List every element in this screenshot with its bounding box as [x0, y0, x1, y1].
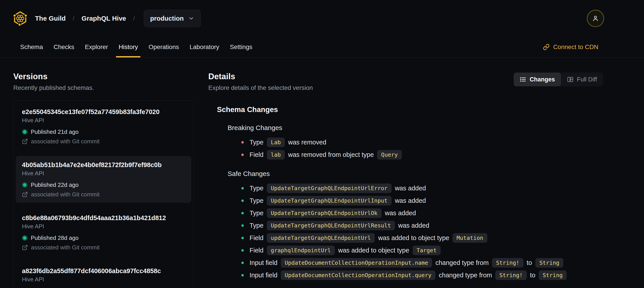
version-hash: 4b05ab51b1b4a7e2e4b0ef82172f2b9f7ef98c0b — [22, 161, 185, 169]
change-text: Input field — [250, 271, 278, 279]
code-chip: Mutation — [452, 233, 487, 243]
code-chip: UpdateTargetGraphQLEndpointUrlResult — [267, 221, 395, 230]
safe-changes-group: Safe Changes TypeUpdateTargetGraphQLEndp… — [228, 170, 603, 280]
change-text: Field — [250, 234, 264, 242]
code-chip: graphqlEndpointUrl — [267, 246, 335, 255]
change-text: Input field — [250, 259, 278, 266]
version-card[interactable]: c8b6e88a06793b9c4dfd54aaa21b36a1b421d812… — [16, 209, 191, 256]
details-heading-block: Details Explore details of the selected … — [208, 72, 313, 92]
tab-history[interactable]: History — [118, 37, 138, 57]
chevron-down-icon — [188, 15, 194, 22]
details-panel: Details Explore details of the selected … — [208, 72, 603, 280]
change-text: changed type from — [436, 259, 489, 266]
version-hash: e2e55045345ce13fe07f52a77459b83fa3fe7020 — [22, 108, 185, 116]
code-chip: String — [536, 258, 563, 267]
version-published: Published 28d ago — [22, 234, 185, 241]
code-chip: lab — [267, 150, 285, 160]
user-menu-button[interactable] — [587, 10, 604, 27]
change-item: TypeUpdateTargetGraphQLEndpointUrlErrorw… — [241, 183, 603, 193]
change-text: changed type from — [439, 271, 492, 279]
app-root: The Guild / GraphQL Hive / production — [0, 0, 644, 288]
code-chip: updateTargetGraphQLEndpointUrl — [267, 233, 375, 243]
code-chip: String! — [492, 258, 523, 267]
code-chip: UpdateDocumentCollectionOperationInput.n… — [281, 258, 432, 267]
change-content: TypeUpdateTargetGraphQLEndpointUrlErrorw… — [250, 183, 426, 193]
code-chip: UpdateTargetGraphQLEndpointUrlInput — [267, 196, 392, 205]
version-service: Hive API — [22, 276, 185, 283]
code-chip: Query — [377, 150, 402, 160]
version-published: Published 22d ago — [22, 181, 185, 188]
version-service: Hive API — [22, 223, 185, 230]
bullet-dot — [241, 249, 244, 252]
version-card[interactable]: a823f6db2a55df877dcf406006abca97fcc4858c… — [16, 262, 191, 288]
main-content: Versions Recently published schemas. e2e… — [0, 58, 644, 288]
target-selector[interactable]: production — [144, 10, 201, 27]
details-subtitle: Explore details of the selected version — [208, 84, 313, 92]
safe-changes-title: Safe Changes — [228, 170, 603, 177]
list-icon — [520, 76, 526, 83]
bullet-dot — [241, 141, 244, 144]
bullet-dot — [241, 212, 244, 214]
safe-changes-list: TypeUpdateTargetGraphQLEndpointUrlErrorw… — [228, 183, 603, 280]
change-item: TypeUpdateTargetGraphQLEndpointUrlOkwas … — [241, 208, 603, 218]
link-icon — [543, 44, 550, 50]
version-card-selected[interactable]: 4b05ab51b1b4a7e2e4b0ef82172f2b9f7ef98c0b… — [16, 156, 191, 203]
change-text: Type — [250, 222, 264, 229]
view-toggle: Changes Full Diff — [514, 73, 603, 86]
change-text: to — [527, 259, 532, 266]
code-chip: Lab — [267, 138, 285, 147]
git-commit-link[interactable]: associated with Git commit — [22, 138, 185, 145]
hive-logo-icon[interactable] — [12, 11, 28, 26]
external-link-icon — [22, 244, 28, 250]
tab-bar: Schema Checks Explorer History Operation… — [0, 37, 644, 58]
git-commit-link[interactable]: associated with Git commit — [22, 191, 185, 198]
git-commit-link[interactable]: associated with Git commit — [22, 244, 185, 251]
bullet-dot — [241, 154, 244, 156]
change-item: TypeUpdateTargetGraphQLEndpointUrlInputw… — [241, 196, 603, 206]
tab-settings[interactable]: Settings — [229, 37, 253, 57]
bullet-dot — [241, 187, 244, 189]
tab-operations[interactable]: Operations — [148, 37, 179, 57]
breadcrumb: The Guild / GraphQL Hive / production — [35, 10, 201, 27]
breaking-changes-title: Breaking Changes — [228, 124, 603, 132]
tab-checks[interactable]: Checks — [53, 37, 75, 57]
version-card[interactable]: e2e55045345ce13fe07f52a77459b83fa3fe7020… — [16, 103, 191, 150]
tab-schema[interactable]: Schema — [20, 37, 44, 57]
tab-explorer[interactable]: Explorer — [84, 37, 108, 57]
external-link-icon — [22, 191, 28, 197]
git-commit-label: associated with Git commit — [31, 138, 100, 145]
code-chip: String! — [495, 270, 526, 280]
bullet-dot — [241, 274, 244, 276]
change-text: to — [530, 271, 536, 279]
tab-laboratory[interactable]: Laboratory — [189, 37, 220, 57]
change-content: Input fieldUpdateDocumentCollectionOpera… — [250, 258, 563, 267]
breadcrumb-project[interactable]: GraphQL Hive — [82, 15, 126, 22]
change-item: FieldupdateTargetGraphQLEndpointUrlwas a… — [241, 233, 603, 243]
change-content: FieldgraphqlEndpointUrlwas added to obje… — [250, 246, 440, 255]
full-diff-view-button[interactable]: Full Diff — [561, 73, 603, 86]
change-content: Input fieldUpdateDocumentCollectionOpera… — [250, 270, 567, 280]
columns-icon — [567, 76, 574, 83]
change-item: FieldgraphqlEndpointUrlwas added to obje… — [241, 245, 603, 255]
connect-to-cdn-label: Connect to CDN — [553, 44, 598, 51]
full-diff-view-label: Full Diff — [577, 76, 597, 83]
change-item: TypeUpdateTargetGraphQLEndpointUrlResult… — [241, 220, 603, 230]
breadcrumb-org[interactable]: The Guild — [35, 15, 66, 22]
change-content: TypeUpdateTargetGraphQLEndpointUrlOkwas … — [250, 208, 416, 218]
change-text: Type — [250, 197, 264, 204]
git-commit-label: associated with Git commit — [31, 191, 100, 198]
change-text: was added — [395, 185, 426, 192]
external-link-icon — [22, 138, 28, 144]
versions-panel: Versions Recently published schemas. e2e… — [13, 72, 194, 288]
breadcrumb-separator: / — [73, 15, 74, 22]
bullet-dot — [241, 199, 244, 202]
version-service: Hive API — [22, 170, 185, 177]
details-header: Details Explore details of the selected … — [208, 72, 603, 92]
change-text: Field — [250, 151, 264, 158]
bullet-dot — [241, 261, 244, 264]
connect-to-cdn-button[interactable]: Connect to CDN — [543, 44, 598, 51]
changes-view-button[interactable]: Changes — [514, 73, 561, 86]
published-label: Published 28d ago — [31, 234, 78, 241]
changes-view-label: Changes — [530, 76, 555, 83]
breadcrumb-separator: / — [133, 15, 135, 22]
